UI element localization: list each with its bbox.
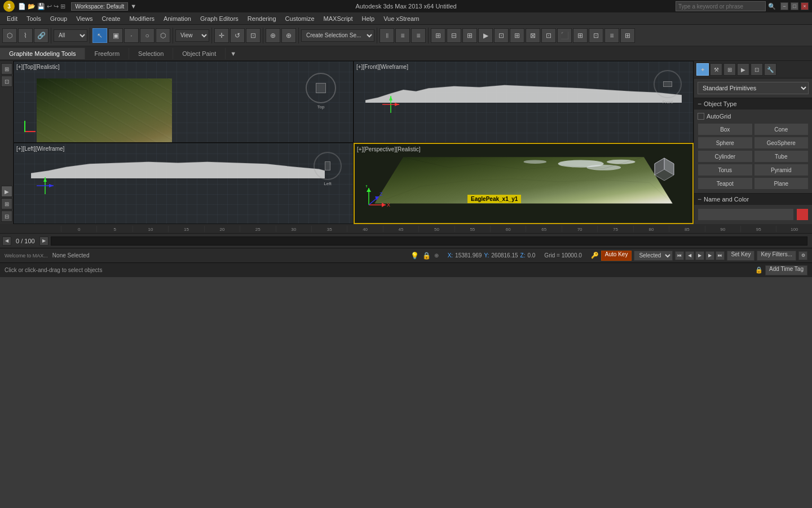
window-controls[interactable]: − □ × [780, 2, 809, 10]
tl-next-btn[interactable]: ▶ [39, 237, 48, 246]
menu-group[interactable]: Group [46, 14, 72, 23]
transport-prev[interactable]: ◀ [685, 251, 694, 260]
transport-play[interactable]: ▶ [695, 251, 704, 260]
tab-selection[interactable]: Selection [129, 48, 173, 59]
maximize-button[interactable]: □ [791, 2, 798, 10]
lt-btn-1[interactable]: ⊞ [1, 63, 12, 75]
transport-next[interactable]: ▶ [705, 251, 714, 260]
select-arrow-btn[interactable]: ↖ [92, 28, 107, 43]
lasso-select-btn[interactable]: ⌇ [18, 28, 33, 43]
time-config-btn[interactable]: ⚙ [798, 251, 807, 260]
object-type-header[interactable]: − Object Type [694, 98, 812, 110]
menu-customize[interactable]: Customize [281, 14, 319, 23]
lt-grid2-btn[interactable]: ⊟ [1, 211, 12, 222]
tools6-btn[interactable]: ⊡ [589, 28, 603, 43]
obj-btn-teapot[interactable]: Teapot [698, 177, 753, 190]
obj-btn-plane[interactable]: Plane [754, 177, 809, 190]
panel-modify-icon[interactable]: ⚒ [710, 63, 722, 76]
panel-utilities-icon[interactable]: 🔧 [764, 63, 776, 76]
layer-mgr-btn[interactable]: ⊞ [431, 28, 445, 43]
scene-explorer-btn[interactable]: ⊟ [447, 28, 461, 43]
menu-maxscript[interactable]: MAXScript [319, 14, 358, 23]
viewport-front[interactable]: [+][Front][Wireframe] [354, 61, 694, 143]
key-filters-button[interactable]: Key Filters... [757, 251, 796, 261]
select-circle-btn[interactable]: ○ [140, 28, 155, 43]
obj-btn-cone[interactable]: Cone [754, 123, 809, 135]
render-frame-btn[interactable]: ⊡ [494, 28, 509, 43]
tab-freeform[interactable]: Freeform [85, 48, 129, 59]
obj-btn-box[interactable]: Box [698, 123, 753, 135]
tools3-btn[interactable]: ⊡ [541, 28, 556, 43]
angle-snap-btn[interactable]: ⊕ [281, 28, 296, 43]
minimize-button[interactable]: − [780, 2, 788, 10]
mirror-btn[interactable]: ⫴ [379, 28, 394, 43]
viewport-left[interactable]: [+][Left][Wireframe] [14, 143, 354, 225]
menu-vue-xstream[interactable]: Vue xStream [379, 14, 423, 23]
color-swatch[interactable] [796, 208, 809, 221]
search-input[interactable] [676, 1, 766, 11]
render-setup-btn[interactable]: ⊞ [462, 28, 477, 43]
obj-btn-pyramid[interactable]: Pyramid [754, 164, 809, 176]
render-btn[interactable]: ▶ [478, 28, 493, 43]
search-box[interactable]: 🔍 [676, 1, 776, 11]
select-mode-btn[interactable]: ⬡ [2, 28, 17, 43]
menu-animation[interactable]: Animation [159, 14, 196, 23]
tools8-btn[interactable]: ⊞ [620, 28, 635, 43]
select-fence-btn[interactable]: ⬡ [156, 28, 170, 43]
tab-graphite[interactable]: Graphite Modeling Tools [0, 48, 85, 59]
menu-edit[interactable]: Edit [2, 14, 22, 23]
menu-help[interactable]: Help [358, 14, 379, 23]
scale-btn[interactable]: ⊡ [246, 28, 261, 43]
viewport-top[interactable]: [+][Top][Realistic] Top [14, 61, 354, 143]
selected-dropdown[interactable]: Selected [634, 251, 673, 261]
panel-create-icon[interactable]: ✦ [696, 63, 709, 76]
tools5-btn[interactable]: ⊞ [573, 28, 588, 43]
tab-object-paint[interactable]: Object Paint [173, 48, 226, 59]
select-region-btn[interactable]: ▣ [108, 28, 123, 43]
filter-dropdown[interactable]: All [54, 29, 87, 42]
view-dropdown[interactable]: View [175, 29, 209, 42]
autogrid-checkbox[interactable] [698, 113, 704, 120]
menu-modifiers[interactable]: Modifiers [125, 14, 159, 23]
align-opts-btn[interactable]: ≡ [411, 28, 426, 43]
obj-btn-cylinder[interactable]: Cylinder [698, 150, 753, 163]
align-btn[interactable]: ≡ [395, 28, 410, 43]
panel-motion-icon[interactable]: ▶ [737, 63, 749, 76]
menu-rendering[interactable]: Rendering [243, 14, 281, 23]
menu-views[interactable]: Views [72, 14, 97, 23]
menu-tools[interactable]: Tools [22, 14, 46, 23]
menu-graph-editors[interactable]: Graph Editors [196, 14, 243, 23]
viewport-perspective[interactable]: EaglePeak_x1_y1 [+][Perspective][Realist… [354, 143, 694, 225]
anim-render-btn[interactable]: ⊞ [510, 28, 524, 43]
timeline-track[interactable] [51, 237, 807, 246]
transport-start[interactable]: ⏮ [675, 251, 684, 260]
object-name-input[interactable] [698, 208, 794, 221]
snap-toggle-btn[interactable]: ⊕ [266, 28, 280, 43]
workspace-dropdown[interactable]: Workspace: Default ▼ [71, 2, 136, 11]
lt-btn-2[interactable]: ⊡ [1, 76, 12, 87]
tools4-btn[interactable]: ⬛ [557, 28, 572, 43]
panel-hierarchy-icon[interactable]: ⊞ [723, 63, 736, 76]
lt-grid-btn[interactable]: ⊞ [1, 198, 12, 209]
obj-btn-torus[interactable]: Torus [698, 164, 753, 176]
transport-end[interactable]: ⏭ [716, 251, 725, 260]
tools7-btn[interactable]: ≡ [604, 28, 619, 43]
select-point-btn[interactable]: · [124, 28, 139, 43]
obj-btn-tube[interactable]: Tube [754, 150, 809, 163]
tools2-btn[interactable]: ⊠ [526, 28, 540, 43]
name-color-header[interactable]: − Name and Color [694, 194, 812, 205]
primitives-dropdown[interactable]: Standard Primitives [698, 82, 809, 94]
close-button[interactable]: × [801, 2, 809, 10]
set-key-button[interactable]: Set Key [727, 251, 754, 261]
panel-display-icon[interactable]: ⊡ [751, 63, 763, 76]
auto-key-button[interactable]: Auto Key [601, 251, 632, 261]
lt-arrow-btn[interactable]: ▶ [1, 186, 12, 197]
obj-btn-geosphere[interactable]: GeoSphere [754, 137, 809, 149]
menu-create[interactable]: Create [97, 14, 125, 23]
tl-prev-btn[interactable]: ◀ [2, 237, 11, 246]
move-btn[interactable]: ✛ [214, 28, 229, 43]
add-time-tag-btn[interactable]: Add Time Tag [765, 265, 807, 275]
obj-btn-sphere[interactable]: Sphere [698, 137, 753, 149]
link-btn[interactable]: 🔗 [34, 28, 48, 43]
tabs-more[interactable]: ▼ [226, 48, 241, 59]
